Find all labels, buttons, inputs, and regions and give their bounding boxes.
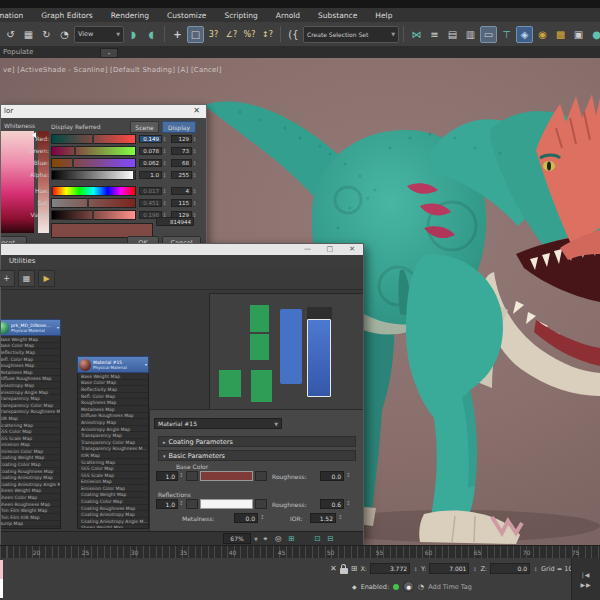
alpha-slider[interactable] [51, 170, 136, 180]
navigator-node[interactable] [250, 334, 269, 360]
refl-color-swatch[interactable] [200, 499, 253, 509]
material-node-header[interactable]: prk_MD_DiNose... Physical Material ▾ [1, 319, 61, 336]
map-slot[interactable]: Anisotropy Map [1, 382, 60, 389]
pan-hand-icon[interactable]: ⌖ [260, 533, 271, 544]
map-slot[interactable]: Emission Map [78, 479, 148, 486]
map-slot[interactable]: Base Color Map [78, 380, 148, 387]
map-slot[interactable]: Diffuse Roughness Map [78, 413, 148, 420]
spinner-snap-icon[interactable]: ↕? [259, 26, 276, 43]
map-slot[interactable]: Coating Color Map [1, 461, 60, 468]
refl-roughness-field[interactable]: 0.6 [320, 499, 344, 509]
map-slot[interactable]: SSS Color Map [1, 428, 60, 435]
menu-item[interactable]: Animation [0, 11, 32, 20]
view-dropdown[interactable]: View▼ [74, 26, 124, 43]
menu-item-utilities[interactable]: Utilities [9, 257, 35, 265]
ior-field[interactable]: 1.52 [310, 513, 336, 523]
zoom-tool-icon[interactable]: ◎ [273, 533, 284, 544]
selection-lock-icon[interactable] [340, 568, 348, 574]
close-icon[interactable]: ✕ [193, 106, 200, 115]
spinner-icon[interactable]: ↕ [162, 160, 167, 166]
redo-icon[interactable]: ↻ [38, 26, 55, 43]
set-key-icon[interactable]: ◆ [352, 583, 357, 590]
spinner-icon[interactable]: ↕ [162, 188, 167, 194]
menu-item[interactable]: Graph Editors [32, 11, 102, 20]
scene-explorer-icon[interactable]: ▥ [462, 26, 479, 43]
maximize-icon[interactable]: □ [326, 245, 333, 253]
spinner-icon[interactable]: ↕ [338, 514, 343, 520]
slider-handle[interactable] [87, 198, 89, 208]
material-editor-icon[interactable]: ◉ [534, 26, 551, 43]
material-selector-dropdown[interactable]: Material #15▼ [154, 418, 282, 429]
navigator-node[interactable] [219, 370, 241, 397]
slider-handle[interactable] [74, 146, 76, 156]
spinner-icon[interactable]: ↕ [179, 472, 184, 478]
map-slot[interactable]: Transparency Map [78, 432, 148, 439]
menu-item[interactable]: Scripting [215, 11, 266, 20]
spinner-icon[interactable]: ↕ [192, 172, 197, 178]
ribbon-tab-label[interactable]: Populate [3, 48, 33, 56]
map-slot[interactable]: Transparency Roughness M... [78, 446, 148, 453]
map-slot[interactable]: Bump Map [1, 521, 60, 528]
collapse-icon[interactable]: ▾ [57, 325, 59, 330]
coordinate-display-icon[interactable]: ⊞ [351, 564, 358, 573]
menu-item[interactable]: Customize [158, 11, 215, 20]
close-icon[interactable]: ✕ [349, 245, 355, 253]
go-to-start-icon[interactable]: |◀ [582, 571, 591, 578]
slider-handle[interactable] [92, 134, 94, 144]
render-icon[interactable]: ● [588, 26, 600, 43]
spinner-icon[interactable]: ↕ [162, 200, 167, 206]
y-coordinate-field[interactable]: 7.001 [429, 563, 469, 574]
menu-item[interactable]: Arnold [267, 11, 309, 20]
layer-manager-icon[interactable]: ▤ [444, 26, 461, 43]
navigator-node[interactable] [250, 305, 269, 332]
percent-snap-icon[interactable]: %? [241, 26, 258, 43]
spinner-icon[interactable]: ↕ [162, 136, 167, 142]
hex-value-field[interactable]: 814944 [156, 217, 194, 226]
rendered-frame-icon[interactable]: ▣ [570, 26, 587, 43]
collapse-icon[interactable]: ▾ [145, 362, 147, 367]
slider-handle[interactable] [133, 170, 135, 180]
unlink-icon[interactable]: ◖ [143, 26, 160, 43]
schematic-view-icon[interactable]: ◈ [516, 26, 533, 43]
base-weight-map-button[interactable] [186, 471, 198, 481]
scene-value-field[interactable]: 0.451 [139, 199, 162, 207]
named-selection-sets-icon[interactable]: ({ [285, 26, 302, 43]
base-color-swatch[interactable] [200, 471, 253, 481]
spinner-icon[interactable]: ↕ [346, 500, 351, 506]
saturation-slider[interactable] [51, 198, 136, 208]
map-slot[interactable]: IOR Map [78, 452, 148, 459]
node-view[interactable]: prk_MD_DiNose... Physical Material ▾ Bas… [1, 290, 363, 531]
navigator-node-selected[interactable] [280, 309, 302, 384]
curve-editor-icon[interactable]: ⊤ [498, 26, 515, 43]
base-roughness-field[interactable]: 0.0 [320, 471, 344, 481]
hue-slider[interactable] [51, 186, 136, 196]
zoom-all-icon[interactable]: ⊟ [325, 533, 336, 544]
menu-item[interactable]: Rendering [102, 11, 158, 20]
zoom-region-icon[interactable]: ⊡ [312, 533, 323, 544]
map-slot[interactable]: Diffuse Roughness Map [1, 376, 60, 383]
display-value-field[interactable]: 4 [171, 187, 192, 195]
map-slot[interactable]: Sheen Weight Map [78, 525, 148, 529]
isolate-selection-icon[interactable]: ✕ [330, 564, 337, 573]
spinner-icon[interactable]: ↕ [192, 136, 197, 142]
ribbon-mini-dropdown[interactable]: ▾ [100, 48, 118, 58]
display-value-field[interactable]: 68 [171, 159, 192, 167]
map-slot[interactable]: Sheen Color Map [1, 494, 60, 501]
minimize-icon[interactable]: — [304, 245, 311, 253]
menu-item[interactable]: Help [366, 11, 401, 20]
material-node[interactable]: Material #15 Physical Material ▾ Base We… [77, 356, 149, 529]
snaps-toggle-icon[interactable]: 3? [205, 26, 222, 43]
navigator-panel[interactable] [209, 293, 363, 411]
scene-value-field[interactable]: 1.0 [139, 171, 162, 179]
refl-weight-map-button[interactable] [186, 499, 198, 509]
add-time-tag[interactable]: Add Time Tag [428, 583, 472, 591]
slider-handle[interactable] [72, 158, 74, 168]
material-node[interactable]: prk_MD_DiNose... Physical Material ▾ Bas… [1, 319, 61, 529]
scene-value-field[interactable]: 0.017 [139, 187, 162, 195]
chevron-down-icon[interactable]: ▼ [254, 536, 258, 542]
navigator-node-selected[interactable] [307, 319, 331, 397]
map-slot[interactable]: IOR Map [1, 415, 60, 422]
play-forward-icon[interactable]: ▶▶ [580, 581, 591, 588]
material-node-header[interactable]: Material #15 Physical Material ▾ [77, 356, 149, 373]
map-slot[interactable]: Coating Weight Map [1, 455, 60, 462]
